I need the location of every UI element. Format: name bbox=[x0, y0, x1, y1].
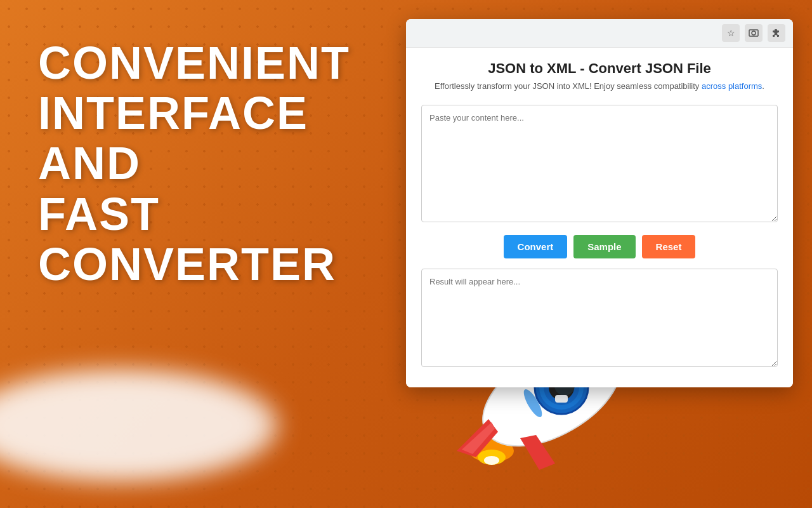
browser-content: JSON to XML - Convert JSON File Effortle… bbox=[406, 48, 793, 387]
page-subtitle: Effortlessly transform your JSON into XM… bbox=[421, 81, 778, 92]
hero-text: CONVENIENT INTERFACE AND FAST CONVERTER bbox=[38, 38, 368, 290]
hero-line2: INTERFACE AND bbox=[38, 88, 368, 189]
json-input[interactable] bbox=[421, 105, 778, 222]
action-buttons: Convert Sample Reset bbox=[421, 235, 778, 258]
hero-line3: FAST CONVERTER bbox=[38, 189, 368, 290]
sample-button[interactable]: Sample bbox=[573, 235, 635, 258]
hero-line1: CONVENIENT bbox=[38, 38, 368, 88]
browser-chrome-bar: ☆ bbox=[406, 19, 793, 48]
svg-point-2 bbox=[484, 456, 499, 465]
svg-rect-13 bbox=[555, 395, 568, 403]
screenshot-icon[interactable] bbox=[745, 24, 763, 42]
convert-button[interactable]: Convert bbox=[504, 235, 568, 258]
extension-icon[interactable] bbox=[768, 24, 785, 42]
xml-output[interactable] bbox=[421, 269, 778, 367]
svg-point-23 bbox=[752, 31, 756, 35]
bookmark-icon[interactable]: ☆ bbox=[722, 24, 740, 42]
browser-window: ☆ JSON to XML - Convert JSON File Effort… bbox=[406, 19, 793, 387]
page-title: JSON to XML - Convert JSON File bbox=[421, 60, 778, 77]
reset-button[interactable]: Reset bbox=[642, 235, 696, 258]
